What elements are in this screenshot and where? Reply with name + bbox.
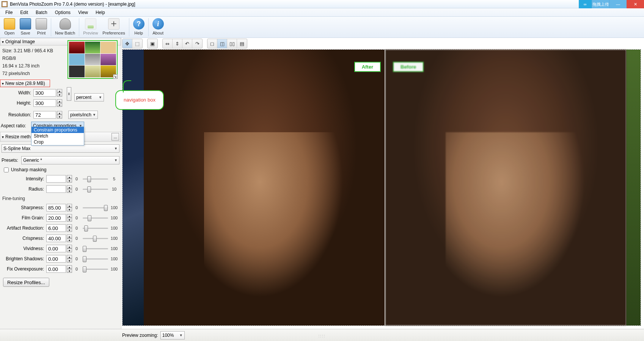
unsharp-masking-checkbox[interactable]	[4, 167, 9, 172]
aspect-option-stretch[interactable]: Stretch	[31, 133, 84, 139]
menu-help[interactable]: Help	[93, 9, 108, 16]
slider-spinner[interactable]: ▲▼	[67, 265, 72, 273]
slider-input[interactable]	[46, 235, 66, 242]
radius-input[interactable]	[46, 185, 66, 193]
link-dimensions-toggle[interactable]: ⇕	[67, 87, 71, 101]
width-spinner[interactable]: ▲▼	[57, 89, 62, 97]
height-label: Height:	[2, 100, 31, 106]
new-size-header[interactable]: ▾New size (28.9 MB)	[0, 80, 50, 87]
save-button[interactable]: Save	[17, 17, 33, 36]
aspect-ratio-dropdown[interactable]: Constrain proportions Stretch Crop	[31, 127, 84, 145]
method-combo[interactable]: S-Spline Max▼	[2, 144, 119, 153]
chevron-down-icon: ▼	[114, 158, 118, 162]
slider-track[interactable]	[83, 245, 108, 252]
size-unit-combo[interactable]: percent▼	[74, 93, 104, 102]
resolution-input[interactable]	[33, 111, 56, 119]
drag-upload-button[interactable]: 拖拽上传	[592, 0, 609, 8]
slider-label: Brighten Shadows:	[2, 256, 44, 261]
slider-input[interactable]	[46, 255, 66, 263]
chevron-down-icon: ▼	[93, 113, 96, 117]
crop-tool-button[interactable]: ▣	[148, 39, 157, 48]
slider-track[interactable]	[83, 235, 108, 242]
radius-slider[interactable]	[83, 185, 108, 193]
marquee-tool-button[interactable]: ⬚	[132, 39, 142, 48]
slider-spinner[interactable]: ▲▼	[67, 214, 72, 222]
toolbar-separator	[79, 18, 79, 36]
slider-track[interactable]	[83, 224, 108, 232]
rotate-left-button[interactable]: ↶	[182, 39, 192, 48]
slider-input[interactable]	[46, 245, 66, 252]
print-icon	[36, 18, 47, 30]
chevron-down-icon: ▼	[99, 95, 102, 99]
help-button[interactable]: ?Help	[131, 17, 147, 36]
flip-vertical-button[interactable]: ⇕	[173, 39, 182, 48]
view-split-button[interactable]: ◫	[217, 39, 227, 48]
height-spinner[interactable]: ▲▼	[57, 99, 62, 107]
slider-spinner[interactable]: ▲▼	[67, 224, 72, 232]
comparison-photo: After Before	[144, 50, 626, 325]
intensity-spinner[interactable]: ▲▼	[67, 175, 72, 183]
slider-track[interactable]	[83, 265, 108, 273]
viewport-toolbar: ✥ ⬚ ▣ ⇔ ⇕ ↶ ↷ ◻ ◫ ▯▯ ▤	[122, 39, 247, 48]
open-button[interactable]: Open	[2, 17, 17, 36]
rotate-right-button[interactable]: ↷	[192, 39, 202, 48]
navigation-thumbnail[interactable]: ↘	[68, 40, 118, 79]
minimize-button[interactable]: —	[609, 0, 627, 8]
slider-track[interactable]	[83, 255, 108, 263]
image-area[interactable]: After Before	[122, 49, 641, 326]
height-input[interactable]	[33, 99, 56, 107]
view-single-button[interactable]: ◻	[207, 39, 217, 48]
view-side-by-side-button[interactable]: ▯▯	[227, 39, 237, 48]
radius-spinner[interactable]: ▲▼	[67, 185, 72, 193]
preview-icon	[85, 18, 96, 30]
menu-file[interactable]: File	[2, 9, 16, 16]
about-button[interactable]: iAbout	[150, 17, 166, 36]
intensity-input[interactable]	[46, 175, 66, 183]
slider-spinner[interactable]: ▲▼	[67, 245, 72, 252]
aspect-option-constrain[interactable]: Constrain proportions	[31, 127, 84, 133]
slider-label: Sharpness:	[2, 205, 44, 210]
menu-options[interactable]: Options	[52, 9, 74, 16]
preferences-button[interactable]: Preferences	[100, 17, 127, 36]
slider-input[interactable]	[46, 214, 66, 222]
flip-horizontal-button[interactable]: ⇔	[163, 39, 173, 48]
slider-spinner[interactable]: ▲▼	[67, 255, 72, 263]
width-input[interactable]	[33, 89, 56, 97]
slider-track[interactable]	[83, 214, 108, 222]
view-stacked-button[interactable]: ▤	[237, 39, 247, 48]
resolution-unit-combo[interactable]: pixels/inch▼	[68, 111, 98, 119]
pan-tool-button[interactable]: ✥	[123, 39, 132, 48]
zoom-combo[interactable]: 100%▼	[160, 331, 185, 339]
close-button[interactable]: ✕	[627, 0, 644, 8]
fine-slider-row: Film Grain:▲▼0100	[0, 213, 121, 222]
slider-spinner[interactable]: ▲▼	[67, 235, 72, 242]
main-area: ▾Original Image Size: 3.21 MB / 965.4 KB…	[0, 38, 644, 329]
slider-input[interactable]	[46, 265, 66, 273]
side-panel: ▾Original Image Size: 3.21 MB / 965.4 KB…	[0, 38, 121, 329]
presets-combo[interactable]: Generic *▼	[21, 156, 119, 164]
new-batch-button[interactable]: New Batch	[53, 17, 77, 36]
menu-batch[interactable]: Batch	[33, 9, 50, 16]
slider-track[interactable]	[83, 204, 108, 211]
share-icon[interactable]: ∞	[579, 0, 592, 8]
aspect-option-crop[interactable]: Crop	[31, 139, 84, 145]
slider-label: Film Grain:	[2, 215, 44, 221]
slider-input[interactable]	[46, 204, 66, 211]
fine-slider-row: Crispness:▲▼0100	[0, 234, 121, 243]
slider-spinner[interactable]: ▲▼	[67, 204, 72, 211]
print-button[interactable]: Print	[33, 17, 49, 36]
intensity-slider[interactable]	[83, 175, 108, 183]
expand-nav-button[interactable]: ↘	[113, 74, 118, 79]
slider-label: Vividness:	[2, 246, 44, 251]
slider-label: Fix Overexposure:	[2, 266, 44, 272]
menu-view[interactable]: View	[75, 9, 91, 16]
resize-grip[interactable]: ::::	[318, 334, 325, 338]
title-bar: BenVista PhotoZoom Pro 7.0.4 (demo versi…	[0, 0, 644, 8]
menu-edit[interactable]: Edit	[17, 9, 31, 16]
resolution-spinner[interactable]: ▲▼	[57, 111, 62, 119]
slider-input[interactable]	[46, 224, 66, 232]
zoom-label: Preview zooming:	[122, 333, 158, 338]
resize-profiles-button[interactable]: Resize Profiles...	[3, 278, 49, 287]
preview-button[interactable]: Preview	[81, 17, 100, 36]
resize-method-options-button[interactable]: ...	[112, 133, 119, 141]
